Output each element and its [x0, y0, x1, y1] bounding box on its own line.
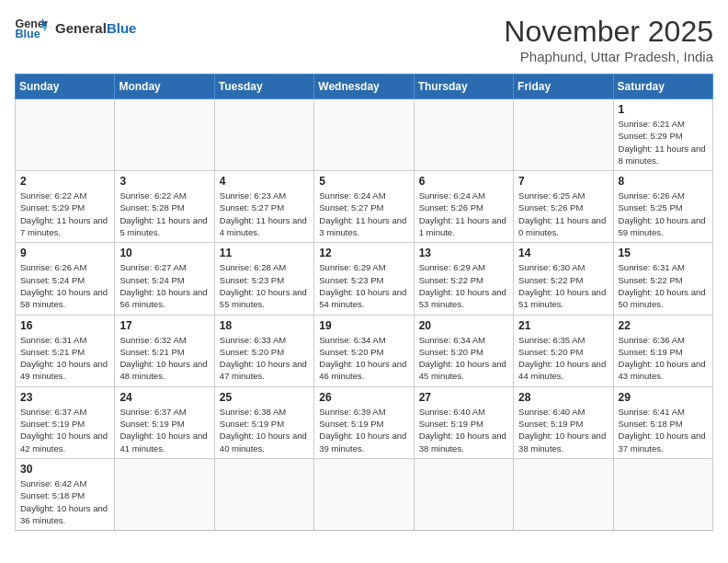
- day-info: Sunrise: 6:31 AM Sunset: 5:21 PM Dayligh…: [20, 334, 109, 383]
- day-info: Sunrise: 6:28 AM Sunset: 5:23 PM Dayligh…: [220, 261, 309, 310]
- day-info: Sunrise: 6:40 AM Sunset: 5:19 PM Dayligh…: [518, 406, 608, 454]
- day-info: Sunrise: 6:30 AM Sunset: 5:22 PM Dayligh…: [518, 261, 608, 310]
- calendar-cell: 8Sunrise: 6:26 AM Sunset: 5:25 PM Daylig…: [613, 171, 712, 243]
- day-info: Sunrise: 6:40 AM Sunset: 5:19 PM Dayligh…: [419, 406, 508, 454]
- calendar-cell: 5Sunrise: 6:24 AM Sunset: 5:27 PM Daylig…: [314, 171, 414, 243]
- day-info: Sunrise: 6:21 AM Sunset: 5:29 PM Dayligh…: [619, 118, 708, 167]
- weekday-header-monday: Monday: [115, 75, 214, 99]
- calendar-cell: 4Sunrise: 6:23 AM Sunset: 5:27 PM Daylig…: [214, 171, 313, 243]
- calendar-cell: [613, 458, 712, 530]
- calendar-week-2: 2Sunrise: 6:22 AM Sunset: 5:29 PM Daylig…: [16, 171, 713, 243]
- calendar-cell: 1Sunrise: 6:21 AM Sunset: 5:29 PM Daylig…: [613, 99, 712, 171]
- weekday-header-friday: Friday: [514, 75, 613, 99]
- day-number: 1: [619, 103, 708, 116]
- day-info: Sunrise: 6:22 AM Sunset: 5:28 PM Dayligh…: [119, 190, 209, 238]
- day-number: 19: [319, 319, 408, 332]
- day-info: Sunrise: 6:37 AM Sunset: 5:19 PM Dayligh…: [20, 406, 109, 454]
- day-info: Sunrise: 6:33 AM Sunset: 5:20 PM Dayligh…: [220, 334, 309, 383]
- calendar-cell: [314, 458, 414, 530]
- calendar-cell: 14Sunrise: 6:30 AM Sunset: 5:22 PM Dayli…: [514, 243, 613, 315]
- calendar-table: SundayMondayTuesdayWednesdayThursdayFrid…: [15, 74, 713, 531]
- calendar-cell: 11Sunrise: 6:28 AM Sunset: 5:23 PM Dayli…: [214, 243, 313, 315]
- day-number: 11: [220, 247, 309, 259]
- day-info: Sunrise: 6:35 AM Sunset: 5:20 PM Dayligh…: [518, 334, 608, 383]
- day-info: Sunrise: 6:29 AM Sunset: 5:23 PM Dayligh…: [319, 261, 408, 310]
- day-info: Sunrise: 6:41 AM Sunset: 5:18 PM Dayligh…: [619, 406, 708, 454]
- day-info: Sunrise: 6:26 AM Sunset: 5:24 PM Dayligh…: [20, 261, 109, 310]
- calendar-cell: 19Sunrise: 6:34 AM Sunset: 5:20 PM Dayli…: [314, 315, 414, 386]
- day-number: 30: [20, 463, 109, 476]
- logo-icon: General Blue: [15, 15, 48, 40]
- day-number: 14: [518, 247, 608, 259]
- day-info: Sunrise: 6:24 AM Sunset: 5:26 PM Dayligh…: [419, 190, 508, 238]
- calendar-cell: 16Sunrise: 6:31 AM Sunset: 5:21 PM Dayli…: [16, 315, 115, 386]
- day-info: Sunrise: 6:26 AM Sunset: 5:25 PM Dayligh…: [619, 190, 708, 238]
- calendar-cell: 25Sunrise: 6:38 AM Sunset: 5:19 PM Dayli…: [214, 386, 313, 458]
- month-title: November 2025: [504, 15, 713, 49]
- day-number: 16: [20, 319, 109, 332]
- calendar-cell: 17Sunrise: 6:32 AM Sunset: 5:21 PM Dayli…: [115, 315, 214, 386]
- calendar-cell: 6Sunrise: 6:24 AM Sunset: 5:26 PM Daylig…: [414, 171, 513, 243]
- day-number: 23: [20, 391, 109, 404]
- day-info: Sunrise: 6:39 AM Sunset: 5:19 PM Dayligh…: [319, 406, 408, 454]
- day-info: Sunrise: 6:38 AM Sunset: 5:19 PM Dayligh…: [220, 406, 309, 454]
- day-number: 7: [518, 175, 608, 188]
- day-number: 9: [20, 247, 109, 259]
- day-number: 25: [220, 391, 309, 404]
- day-number: 6: [419, 175, 508, 188]
- day-info: Sunrise: 6:37 AM Sunset: 5:19 PM Dayligh…: [119, 406, 209, 454]
- calendar-cell: [514, 458, 613, 530]
- calendar-cell: 30Sunrise: 6:42 AM Sunset: 5:18 PM Dayli…: [16, 458, 115, 530]
- calendar-cell: 27Sunrise: 6:40 AM Sunset: 5:19 PM Dayli…: [414, 386, 513, 458]
- day-number: 28: [518, 391, 608, 404]
- calendar-cell: 26Sunrise: 6:39 AM Sunset: 5:19 PM Dayli…: [314, 386, 414, 458]
- day-number: 21: [518, 319, 608, 332]
- calendar-cell: 3Sunrise: 6:22 AM Sunset: 5:28 PM Daylig…: [115, 171, 214, 243]
- weekday-header-tuesday: Tuesday: [214, 75, 313, 99]
- day-number: 3: [119, 175, 209, 188]
- svg-text:Blue: Blue: [16, 28, 40, 40]
- calendar-cell: 18Sunrise: 6:33 AM Sunset: 5:20 PM Dayli…: [214, 315, 313, 386]
- day-number: 15: [619, 247, 708, 259]
- calendar-cell: 7Sunrise: 6:25 AM Sunset: 5:26 PM Daylig…: [514, 171, 613, 243]
- calendar-cell: [16, 99, 115, 171]
- day-number: 27: [419, 391, 508, 404]
- day-number: 17: [119, 319, 209, 332]
- calendar-cell: 10Sunrise: 6:27 AM Sunset: 5:24 PM Dayli…: [115, 243, 214, 315]
- calendar-cell: 22Sunrise: 6:36 AM Sunset: 5:19 PM Dayli…: [613, 315, 712, 386]
- calendar-cell: [214, 99, 313, 171]
- weekday-header-wednesday: Wednesday: [314, 75, 414, 99]
- calendar-week-4: 16Sunrise: 6:31 AM Sunset: 5:21 PM Dayli…: [16, 315, 713, 386]
- day-number: 29: [619, 391, 708, 404]
- day-number: 24: [119, 391, 209, 404]
- calendar-cell: 21Sunrise: 6:35 AM Sunset: 5:20 PM Dayli…: [514, 315, 613, 386]
- day-info: Sunrise: 6:32 AM Sunset: 5:21 PM Dayligh…: [119, 334, 209, 383]
- day-info: Sunrise: 6:34 AM Sunset: 5:20 PM Dayligh…: [419, 334, 508, 383]
- calendar-cell: 2Sunrise: 6:22 AM Sunset: 5:29 PM Daylig…: [16, 171, 115, 243]
- location-subtitle: Phaphund, Uttar Pradesh, India: [504, 49, 713, 64]
- day-number: 13: [419, 247, 508, 259]
- calendar-cell: [214, 458, 313, 530]
- calendar-cell: [314, 99, 414, 171]
- calendar-cell: 20Sunrise: 6:34 AM Sunset: 5:20 PM Dayli…: [414, 315, 513, 386]
- calendar-week-5: 23Sunrise: 6:37 AM Sunset: 5:19 PM Dayli…: [16, 386, 713, 458]
- calendar-week-3: 9Sunrise: 6:26 AM Sunset: 5:24 PM Daylig…: [16, 243, 713, 315]
- day-info: Sunrise: 6:36 AM Sunset: 5:19 PM Dayligh…: [619, 334, 708, 383]
- day-number: 18: [220, 319, 309, 332]
- day-number: 20: [419, 319, 508, 332]
- calendar-cell: [514, 99, 613, 171]
- calendar-cell: 23Sunrise: 6:37 AM Sunset: 5:19 PM Dayli…: [16, 386, 115, 458]
- title-section: November 2025 Phaphund, Uttar Pradesh, I…: [504, 15, 713, 64]
- day-info: Sunrise: 6:25 AM Sunset: 5:26 PM Dayligh…: [518, 190, 608, 238]
- day-info: Sunrise: 6:31 AM Sunset: 5:22 PM Dayligh…: [619, 261, 708, 310]
- calendar-cell: 12Sunrise: 6:29 AM Sunset: 5:23 PM Dayli…: [314, 243, 414, 315]
- day-info: Sunrise: 6:34 AM Sunset: 5:20 PM Dayligh…: [319, 334, 408, 383]
- calendar-cell: [414, 99, 513, 171]
- day-number: 22: [619, 319, 708, 332]
- day-info: Sunrise: 6:29 AM Sunset: 5:22 PM Dayligh…: [419, 261, 508, 310]
- calendar-cell: 24Sunrise: 6:37 AM Sunset: 5:19 PM Dayli…: [115, 386, 214, 458]
- day-info: Sunrise: 6:27 AM Sunset: 5:24 PM Dayligh…: [119, 261, 209, 310]
- page-header: General Blue GeneralBlue November 2025 P…: [15, 15, 713, 64]
- day-info: Sunrise: 6:23 AM Sunset: 5:27 PM Dayligh…: [220, 190, 309, 238]
- weekday-header-row: SundayMondayTuesdayWednesdayThursdayFrid…: [16, 75, 713, 99]
